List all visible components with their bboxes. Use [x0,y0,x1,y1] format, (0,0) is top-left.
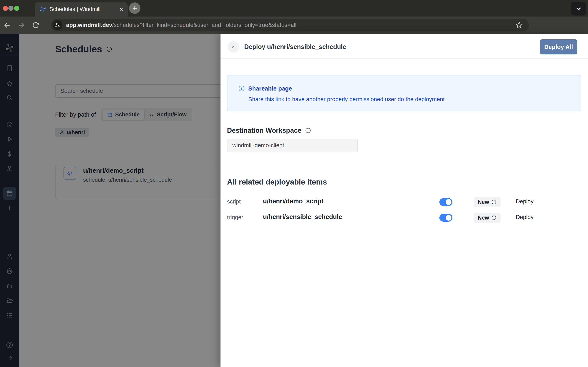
item-path: u/henri/sensible_schedule [263,213,342,221]
sidebar-item-logs[interactable] [3,309,16,322]
sidebar-divider [0,55,19,55]
bookmark-star-icon[interactable] [515,21,523,29]
toggle-knob [446,215,451,221]
destination-workspace-input[interactable] [227,139,358,152]
info-icon[interactable] [106,46,112,52]
item-kind: trigger [227,214,243,221]
sidebar-item-resources[interactable] [3,162,16,175]
infobox-title: Shareable page [248,85,292,92]
back-button[interactable] [0,21,14,29]
sidebar-item-folders[interactable] [3,294,16,307]
app-sidebar [0,34,19,367]
sidebar-item-variables[interactable] [3,147,16,160]
info-icon[interactable] [491,215,497,220]
close-window-button[interactable] [3,6,8,11]
path-filter-chip[interactable]: u/henri [55,128,89,137]
filter-option-schedule[interactable]: Schedule [103,109,144,120]
new-status-badge: New [474,213,501,223]
deployable-item-row: trigger u/henri/sensible_schedule New De… [227,211,558,224]
search-schedule-input[interactable] [55,84,221,98]
calendar-icon [6,190,13,197]
tab-search-button[interactable] [571,2,586,16]
zoom-window-button[interactable] [14,6,19,11]
sidebar-item-home[interactable] [3,118,16,131]
sidebar-item-search[interactable] [3,91,16,104]
item-kind: script [227,198,241,205]
browser-chrome: Schedules | Windmill × + [0,0,588,34]
windmill-app-window: Schedules | Windmill × + [0,0,588,367]
forward-button[interactable] [14,21,29,29]
new-tab-button[interactable]: + [129,2,140,14]
filter-row: Filter by path of Schedule Script/Flow [55,108,192,121]
infobox-body: Share this link to have another properly… [248,96,445,103]
minimize-window-button[interactable] [8,6,13,11]
help-icon [6,341,13,349]
code-icon [149,112,154,118]
tab-strip: Schedules | Windmill × + [0,0,588,17]
browser-tab[interactable]: Schedules | Windmill × [35,2,128,17]
deployable-items-heading: All related deployable items [227,178,327,186]
site-settings-icon[interactable] [53,20,62,30]
windmill-logo-icon[interactable] [3,42,16,54]
sidebar-item-workers[interactable] [3,280,16,292]
robot-icon [6,282,13,290]
card-subtitle: schedule: u/henri/sensible_schedule [83,177,172,183]
schedule-card[interactable]: u/henri/demo_script schedule: u/henri/se… [55,164,221,199]
item-enabled-toggle[interactable] [439,214,452,222]
item-path: u/henri/demo_script [263,198,323,205]
sidebar-item-help[interactable] [3,338,16,351]
info-icon[interactable] [305,127,311,133]
page-title: Schedules [55,44,112,55]
filter-kind-toggle-group: Schedule Script/Flow [101,108,192,121]
drawer-close-button[interactable]: × [228,41,239,53]
deploy-item-link[interactable]: Deploy [516,214,534,220]
destination-workspace-label: Destination Workspace [227,127,311,134]
sidebar-item-users[interactable] [3,250,16,263]
tab-close-icon[interactable]: × [120,6,123,12]
list-icon [6,312,13,319]
new-status-badge: New [474,197,501,207]
info-icon [238,85,245,92]
sidebar-item-workspace[interactable] [3,62,16,75]
folder-icon [6,297,13,304]
filter-option-script-flow[interactable]: Script/Flow [144,109,191,120]
tab-title: Schedules | Windmill [49,6,116,12]
sidebar-item-schedules[interactable] [3,187,16,200]
calendar-icon [107,112,113,118]
sidebar-expand-arrow[interactable] [3,351,16,364]
card-title: u/henri/demo_script [83,167,144,174]
url-bar[interactable]: app.windmill.dev/schedules?filter_kind=s… [51,19,529,31]
deployable-item-row: script u/henri/demo_script New Deploy [227,196,558,209]
share-link[interactable]: link [276,96,284,102]
info-icon[interactable] [491,200,497,205]
drawer-title: Deploy u/henri/sensible_schedule [244,43,346,50]
chevron-down-icon [575,5,582,12]
sidebar-item-add[interactable] [3,201,16,215]
user-icon [59,130,65,135]
deploy-drawer: × Deploy u/henri/sensible_schedule Deplo… [221,34,588,367]
sidebar-item-favorites[interactable] [3,77,16,90]
gear-icon [6,267,13,275]
url-text: app.windmill.dev/schedules?filter_kind=s… [66,22,296,28]
drawer-header-divider [221,58,588,58]
schedules-page: Schedules Filter by path of Schedule Scr… [19,34,221,367]
deploy-all-button[interactable]: Deploy All [540,39,577,54]
reload-button[interactable] [29,21,43,29]
deploy-item-link[interactable]: Deploy [516,198,534,205]
filter-label: Filter by path of [55,111,96,118]
toggle-knob [446,199,451,205]
arrow-right-icon [6,354,13,361]
browser-toolbar: app.windmill.dev/schedules?filter_kind=s… [0,17,588,34]
item-enabled-toggle[interactable] [439,198,452,206]
sidebar-item-settings[interactable] [3,265,16,278]
sidebar-item-runs[interactable] [3,133,16,146]
windmill-favicon-icon [39,6,46,13]
shareable-page-infobox: Shareable page Share this link to have a… [227,75,581,111]
script-code-icon [63,167,76,180]
